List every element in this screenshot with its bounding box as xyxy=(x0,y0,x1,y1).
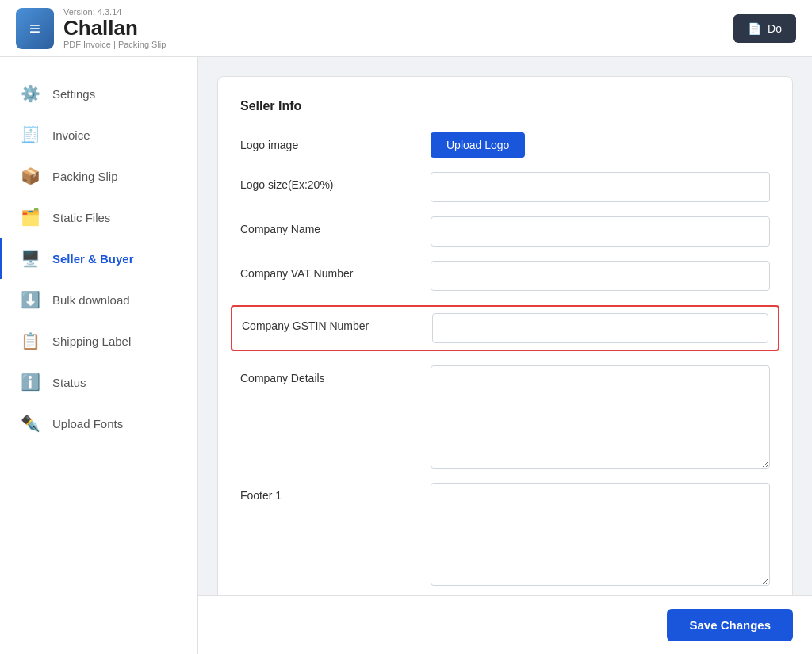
sidebar-item-bulk-download[interactable]: ⬇️ Bulk download xyxy=(0,279,197,320)
input-company-name[interactable] xyxy=(431,216,770,247)
input-logo-size[interactable] xyxy=(431,172,770,202)
sidebar-item-invoice[interactable]: 🧾 Invoice xyxy=(0,114,197,155)
logo-area: ≡ Version: 4.3.14 Challan PDF Invoice | … xyxy=(16,7,166,49)
doc-button[interactable]: 📄 Do xyxy=(733,14,796,43)
bulk-download-icon: ⬇️ xyxy=(19,289,41,311)
content-footer: Save Changes xyxy=(198,595,812,654)
packing-slip-icon: 📦 xyxy=(19,165,41,187)
form-row-company-vat: Company VAT Number xyxy=(240,261,770,291)
sidebar-item-static-files[interactable]: 🗂️ Static Files xyxy=(0,197,197,238)
form-row-footer-1: Footer 1 xyxy=(240,483,770,586)
content-card: Seller Info Logo imageUpload LogoLogo si… xyxy=(217,76,793,595)
input-company-details[interactable] xyxy=(431,365,770,469)
sidebar: ⚙️ Settings 🧾 Invoice 📦 Packing Slip 🗂️ … xyxy=(0,57,198,654)
section-title: Seller Info xyxy=(240,99,770,113)
sidebar-label-bulk-download: Bulk download xyxy=(52,293,130,307)
label-logo-image: Logo image xyxy=(240,132,415,151)
doc-icon: 📄 xyxy=(748,22,761,35)
sidebar-label-seller-buyer: Seller & Buyer xyxy=(52,252,134,266)
label-company-name: Company Name xyxy=(240,216,415,235)
form-row-logo-image: Logo imageUpload Logo xyxy=(240,132,770,158)
form-row-company-name: Company Name xyxy=(240,216,770,247)
app-subtitle: PDF Invoice | Packing Slip xyxy=(63,40,166,49)
logo-text-block: Version: 4.3.14 Challan PDF Invoice | Pa… xyxy=(63,7,166,49)
input-company-vat[interactable] xyxy=(431,261,770,291)
sidebar-label-settings: Settings xyxy=(52,87,95,101)
label-footer-1: Footer 1 xyxy=(240,483,415,502)
sidebar-item-upload-fonts[interactable]: ✒️ Upload Fonts xyxy=(0,403,197,444)
shipping-label-icon: 📋 xyxy=(19,330,41,352)
content-area: Seller Info Logo imageUpload LogoLogo si… xyxy=(198,57,812,595)
upload-fonts-icon: ✒️ xyxy=(19,412,41,434)
form-container: Logo imageUpload LogoLogo size(Ex:20%)Co… xyxy=(240,132,770,586)
sidebar-label-invoice: Invoice xyxy=(52,128,90,142)
label-company-gstin: Company GSTIN Number xyxy=(242,313,416,332)
app-container: ≡ Version: 4.3.14 Challan PDF Invoice | … xyxy=(0,0,812,654)
sidebar-label-shipping-label: Shipping Label xyxy=(52,335,131,348)
app-logo-icon: ≡ xyxy=(16,8,54,49)
form-row-logo-size: Logo size(Ex:20%) xyxy=(240,172,770,202)
sidebar-label-packing-slip: Packing Slip xyxy=(52,170,118,183)
input-company-gstin[interactable] xyxy=(432,313,768,343)
sidebar-label-static-files: Static Files xyxy=(52,211,110,224)
settings-icon: ⚙️ xyxy=(19,82,41,105)
status-icon: ℹ️ xyxy=(19,371,41,393)
doc-button-label: Do xyxy=(768,22,782,35)
label-company-details: Company Details xyxy=(240,365,415,384)
upload-logo-button[interactable]: Upload Logo xyxy=(431,132,525,158)
label-company-vat: Company VAT Number xyxy=(240,261,415,280)
form-row-company-details: Company Details xyxy=(240,365,770,469)
app-header: ≡ Version: 4.3.14 Challan PDF Invoice | … xyxy=(0,0,812,57)
invoice-icon: 🧾 xyxy=(19,124,41,146)
form-row-company-gstin: Company GSTIN Number xyxy=(231,305,779,351)
save-changes-button[interactable]: Save Changes xyxy=(667,609,793,641)
label-logo-size: Logo size(Ex:20%) xyxy=(240,172,415,191)
static-files-icon: 🗂️ xyxy=(19,206,41,228)
sidebar-item-shipping-label[interactable]: 📋 Shipping Label xyxy=(0,320,197,361)
sidebar-label-upload-fonts: Upload Fonts xyxy=(52,417,123,430)
sidebar-item-seller-buyer[interactable]: 🖥️ Seller & Buyer xyxy=(0,238,197,279)
input-footer-1[interactable] xyxy=(431,483,770,586)
sidebar-item-packing-slip[interactable]: 📦 Packing Slip xyxy=(0,155,197,197)
sidebar-item-status[interactable]: ℹ️ Status xyxy=(0,361,197,403)
outer-wrapper: Seller Info Logo imageUpload LogoLogo si… xyxy=(198,57,812,654)
main-layout: ⚙️ Settings 🧾 Invoice 📦 Packing Slip 🗂️ … xyxy=(0,57,812,654)
app-name: Challan xyxy=(63,17,166,40)
sidebar-label-status: Status xyxy=(52,376,86,389)
seller-buyer-icon: 🖥️ xyxy=(19,247,41,270)
sidebar-item-settings[interactable]: ⚙️ Settings xyxy=(0,73,197,114)
